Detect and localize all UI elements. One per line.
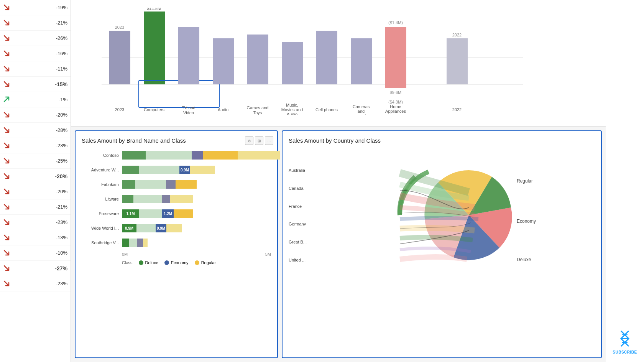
brand-track-6 [122, 239, 271, 247]
svg-text:2022: 2022 [452, 107, 462, 112]
segment-0-0 [122, 151, 146, 160]
segment-6-0 [122, 239, 129, 247]
brand-row-0: Contoso [82, 150, 271, 161]
brand-name-0: Contoso [82, 153, 122, 158]
brand-track-0 [122, 151, 280, 160]
svg-text:Regular: Regular [517, 178, 533, 184]
sidebar-pct-3: -16% [56, 51, 67, 56]
segment-6-3 [143, 239, 148, 247]
svg-text:Toys: Toys [253, 110, 262, 115]
arrow-icon-6 [3, 96, 11, 104]
segment-5-3 [166, 224, 182, 232]
brand-track-5: 0.9M0.9M [122, 224, 271, 232]
deluxe-dot [139, 260, 143, 265]
sidebar-pct-11: -20% [55, 173, 67, 179]
horizontal-bar-chart: ContosoAdventure W...0.9MFabrikamLitware… [82, 150, 271, 280]
brand-name-6: Southridge V... [82, 240, 122, 245]
svg-text:Movies and: Movies and [281, 107, 303, 112]
more-icon[interactable]: … [265, 137, 273, 145]
svg-rect-15 [385, 27, 406, 88]
svg-text:Computers: Computers [144, 107, 164, 112]
sidebar-pct-1: -21% [56, 20, 67, 26]
brand-track-1: 0.9M [122, 166, 271, 174]
sidebar-row-14: -23% [0, 215, 71, 230]
svg-text:Video: Video [183, 110, 194, 115]
bar-value-1-2: 0.9M [179, 168, 190, 172]
focus-icon[interactable]: ⊞ [255, 137, 263, 145]
top-bar-chart: $10M $11.8M 2023 $11.8M [71, 0, 606, 127]
segment-1-1 [139, 166, 179, 174]
svg-rect-6 [144, 12, 165, 84]
left-sidebar: -19%-21%-26%-16%-11%-15%-1%-20%-28%-23%-… [0, 0, 71, 362]
svg-text:Games and: Games and [247, 105, 269, 110]
segment-5-1 [136, 224, 156, 232]
bar-value-5-0: 0.9M [124, 226, 135, 230]
brand-name-5: Wide World I... [82, 226, 122, 230]
country-chart-panel: Sales Amount by Country and Class Austra… [282, 130, 602, 358]
arrow-icon-12 [3, 188, 11, 196]
sidebar-row-13: -21% [0, 199, 71, 215]
brand-name-4: Proseware [82, 211, 122, 216]
brand-row-6: Southridge V... [82, 237, 271, 248]
sidebar-pct-15: -13% [56, 235, 67, 240]
sidebar-row-7: -20% [0, 107, 71, 123]
economy-dot [164, 260, 169, 265]
segment-0-2 [192, 151, 203, 160]
segment-3-0 [122, 195, 133, 203]
bottom-charts: Sales Amount by Brand Name and Class ⊘ ⊞… [71, 127, 606, 362]
svg-text:Audio: Audio [287, 112, 297, 115]
country-united: United ... [289, 258, 307, 262]
segment-1-3 [190, 166, 215, 174]
svg-text:TV and: TV and [182, 105, 195, 110]
arrow-icon-16 [3, 249, 11, 257]
sidebar-row-2: -26% [0, 31, 71, 46]
country-canada: Canada [289, 186, 307, 191]
sidebar-row-3: -16% [0, 46, 71, 61]
segment-1-2: 0.9M [179, 166, 190, 174]
bar-value-4-2: 1.2M [163, 212, 173, 216]
arrow-icon-18 [3, 280, 11, 288]
legend-title: Class [122, 260, 133, 265]
segment-6-2 [137, 239, 143, 247]
svg-rect-12 [282, 42, 303, 84]
brand-track-3 [122, 195, 271, 203]
svg-rect-11 [247, 35, 268, 84]
arrow-icon-9 [3, 142, 11, 150]
arrow-icon-17 [3, 265, 11, 272]
brand-row-3: Litware [82, 194, 271, 204]
arrow-icon-4 [3, 65, 11, 73]
segment-4-1 [139, 209, 162, 218]
deluxe-label: Deluxe [145, 260, 158, 265]
filter-icon[interactable]: ⊘ [245, 137, 253, 145]
arrow-icon-11 [3, 173, 11, 180]
sidebar-row-5: -15% [0, 77, 71, 92]
sidebar-pct-4: -11% [56, 66, 67, 72]
bar-value-5-2: 0.9M [156, 226, 166, 230]
sidebar-row-9: -23% [0, 138, 71, 153]
legend: Class Deluxe Economy Regular [82, 260, 271, 265]
segment-5-0: 0.9M [122, 224, 136, 232]
sidebar-row-17: -27% [0, 261, 71, 276]
arrow-icon-5 [3, 81, 11, 88]
svg-text:camcorders: camcorders [350, 114, 372, 115]
segment-0-1 [146, 151, 192, 160]
svg-text:($4.3M): ($4.3M) [388, 100, 403, 104]
sidebar-pct-5: -15% [55, 81, 67, 87]
sidebar-pct-17: -27% [55, 265, 67, 272]
arrow-icon-14 [3, 219, 11, 226]
subscribe-section[interactable]: SUBSCRIBE [613, 329, 637, 354]
sidebar-row-10: -25% [0, 153, 71, 169]
sidebar-pct-8: -28% [56, 127, 67, 133]
economy-label: Economy [171, 260, 189, 265]
sidebar-pct-18: -23% [56, 281, 67, 286]
sidebar-row-8: -28% [0, 123, 71, 138]
segment-2-2 [166, 180, 176, 189]
segment-4-3 [174, 209, 193, 218]
sidebar-pct-6: -1% [59, 97, 67, 102]
legend-deluxe: Deluxe [139, 260, 158, 265]
brand-row-5: Wide World I...0.9M0.9M [82, 223, 271, 234]
svg-text:2023: 2023 [115, 25, 124, 30]
brand-track-2 [122, 180, 271, 189]
brand-chart-title: Sales Amount by Brand Name and Class [82, 137, 271, 144]
svg-text:2022: 2022 [452, 33, 462, 37]
